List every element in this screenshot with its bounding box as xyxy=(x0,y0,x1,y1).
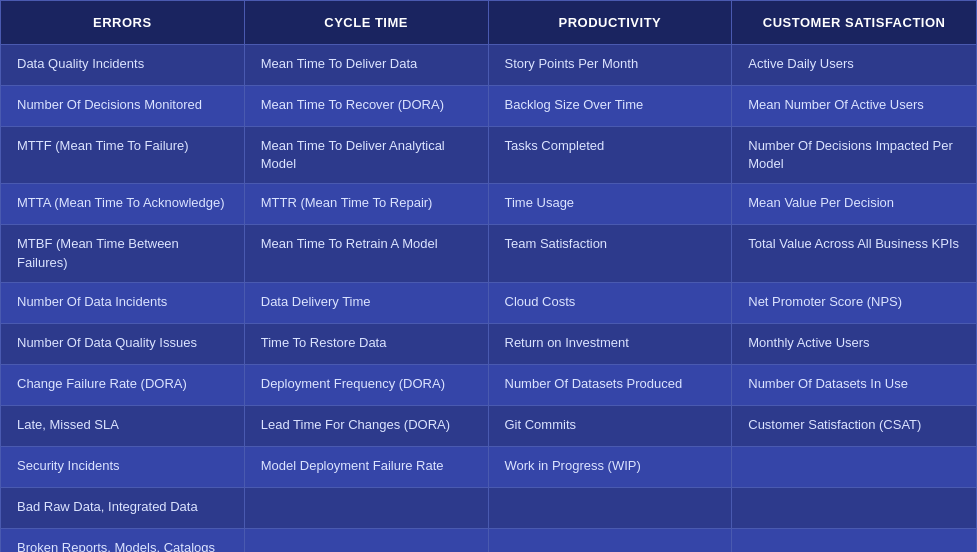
cell-errors-5: Number Of Data Incidents xyxy=(1,283,245,323)
table-row: MTBF (Mean Time Between Failures) Mean T… xyxy=(1,224,976,281)
cell-productivity-9: Work in Progress (WIP) xyxy=(489,447,733,487)
header-cycle-time: CYCLE TIME xyxy=(245,1,489,44)
cell-productivity-6: Return on Investment xyxy=(489,324,733,364)
cell-errors-11: Broken Reports, Models, Catalogs xyxy=(1,529,245,552)
cell-customersatisfaction-5: Net Promoter Score (NPS) xyxy=(732,283,976,323)
table-row: Number Of Data Incidents Data Delivery T… xyxy=(1,282,976,323)
cell-customersatisfaction-3: Mean Value Per Decision xyxy=(732,184,976,224)
cell-customersatisfaction-1: Mean Number Of Active Users xyxy=(732,86,976,126)
cell-cycletime-6: Time To Restore Data xyxy=(245,324,489,364)
table-row: Data Quality Incidents Mean Time To Deli… xyxy=(1,44,976,85)
cell-productivity-11 xyxy=(489,529,733,552)
cell-errors-1: Number Of Decisions Monitored xyxy=(1,86,245,126)
cell-productivity-8: Git Commits xyxy=(489,406,733,446)
header-customer-satisfaction: CUSTOMER SATISFACTION xyxy=(732,1,976,44)
cell-cycletime-5: Data Delivery Time xyxy=(245,283,489,323)
cell-customersatisfaction-6: Monthly Active Users xyxy=(732,324,976,364)
cell-productivity-1: Backlog Size Over Time xyxy=(489,86,733,126)
table-row: Late, Missed SLA Lead Time For Changes (… xyxy=(1,405,976,446)
cell-cycletime-1: Mean Time To Recover (DORA) xyxy=(245,86,489,126)
cell-customersatisfaction-11 xyxy=(732,529,976,552)
cell-errors-10: Bad Raw Data, Integrated Data xyxy=(1,488,245,528)
cell-errors-7: Change Failure Rate (DORA) xyxy=(1,365,245,405)
cell-productivity-4: Team Satisfaction xyxy=(489,225,733,281)
table-row: MTTA (Mean Time To Acknowledge) MTTR (Me… xyxy=(1,183,976,224)
cell-errors-2: MTTF (Mean Time To Failure) xyxy=(1,127,245,183)
cell-customersatisfaction-9 xyxy=(732,447,976,487)
cell-customersatisfaction-0: Active Daily Users xyxy=(732,45,976,85)
cell-errors-3: MTTA (Mean Time To Acknowledge) xyxy=(1,184,245,224)
cell-errors-0: Data Quality Incidents xyxy=(1,45,245,85)
table-row: Security Incidents Model Deployment Fail… xyxy=(1,446,976,487)
cell-productivity-3: Time Usage xyxy=(489,184,733,224)
table-header: ERRORS CYCLE TIME PRODUCTIVITY CUSTOMER … xyxy=(1,1,976,44)
cell-customersatisfaction-2: Number Of Decisions Impacted Per Model xyxy=(732,127,976,183)
cell-productivity-0: Story Points Per Month xyxy=(489,45,733,85)
cell-errors-4: MTBF (Mean Time Between Failures) xyxy=(1,225,245,281)
cell-errors-8: Late, Missed SLA xyxy=(1,406,245,446)
cell-productivity-10 xyxy=(489,488,733,528)
cell-errors-9: Security Incidents xyxy=(1,447,245,487)
table-row: Number Of Data Quality Issues Time To Re… xyxy=(1,323,976,364)
cell-cycletime-0: Mean Time To Deliver Data xyxy=(245,45,489,85)
cell-cycletime-9: Model Deployment Failure Rate xyxy=(245,447,489,487)
table-row: Broken Reports, Models, Catalogs xyxy=(1,528,976,552)
header-errors: ERRORS xyxy=(1,1,245,44)
cell-cycletime-2: Mean Time To Deliver Analytical Model xyxy=(245,127,489,183)
cell-cycletime-4: Mean Time To Retrain A Model xyxy=(245,225,489,281)
cell-customersatisfaction-7: Number Of Datasets In Use xyxy=(732,365,976,405)
cell-productivity-2: Tasks Completed xyxy=(489,127,733,183)
cell-customersatisfaction-4: Total Value Across All Business KPIs xyxy=(732,225,976,281)
cell-cycletime-3: MTTR (Mean Time To Repair) xyxy=(245,184,489,224)
cell-customersatisfaction-10 xyxy=(732,488,976,528)
cell-productivity-7: Number Of Datasets Produced xyxy=(489,365,733,405)
table-row: Change Failure Rate (DORA) Deployment Fr… xyxy=(1,364,976,405)
table-row: MTTF (Mean Time To Failure) Mean Time To… xyxy=(1,126,976,183)
cell-cycletime-7: Deployment Frequency (DORA) xyxy=(245,365,489,405)
cell-cycletime-8: Lead Time For Changes (DORA) xyxy=(245,406,489,446)
cell-customersatisfaction-8: Customer Satisfaction (CSAT) xyxy=(732,406,976,446)
table-row: Number Of Decisions Monitored Mean Time … xyxy=(1,85,976,126)
header-productivity: PRODUCTIVITY xyxy=(489,1,733,44)
table-row: Bad Raw Data, Integrated Data xyxy=(1,487,976,528)
cell-cycletime-10 xyxy=(245,488,489,528)
metrics-table: ERRORS CYCLE TIME PRODUCTIVITY CUSTOMER … xyxy=(0,0,977,552)
cell-cycletime-11 xyxy=(245,529,489,552)
cell-productivity-5: Cloud Costs xyxy=(489,283,733,323)
cell-errors-6: Number Of Data Quality Issues xyxy=(1,324,245,364)
